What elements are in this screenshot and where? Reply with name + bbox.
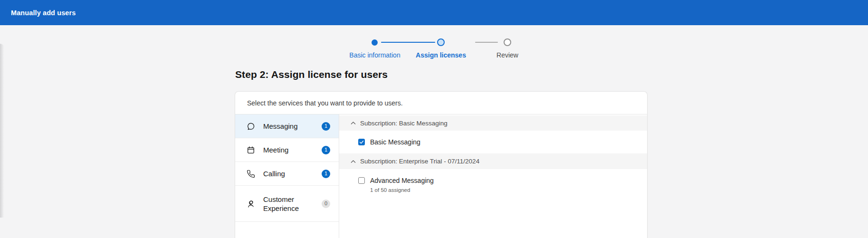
- phone-icon: [247, 170, 255, 178]
- sidebar-item-meeting[interactable]: Meeting 1: [235, 138, 339, 162]
- service-count-badge: 1: [322, 170, 330, 178]
- step-upcoming-circle: [504, 38, 511, 46]
- subscription-section: Subscription: Basic Messaging Basic Mess…: [339, 114, 647, 153]
- license-checkbox[interactable]: [358, 177, 365, 184]
- license-label: Basic Messaging: [370, 138, 420, 146]
- license-list: Advanced Messaging1 of 50 assigned: [339, 169, 647, 193]
- sidebar-item-customer-experience[interactable]: Customer Experience 0: [235, 186, 339, 222]
- subscription-header[interactable]: Subscription: Basic Messaging: [339, 115, 647, 131]
- subscription-header[interactable]: Subscription: Enterprise Trial - 07/11/2…: [339, 153, 647, 169]
- service-count-badge: 1: [322, 146, 330, 154]
- chevron-up-icon[interactable]: [351, 121, 356, 125]
- step-current-circle[interactable]: [437, 38, 445, 46]
- chat-icon: [247, 122, 255, 131]
- step-basic-information[interactable]: Basic information: [349, 51, 400, 59]
- license-row: Advanced Messaging1 of 50 assigned: [339, 169, 647, 193]
- sidebar-item-label: Meeting: [263, 145, 288, 154]
- sidebar-item-messaging[interactable]: Messaging 1: [235, 114, 339, 138]
- sidebar-item-label: Calling: [263, 169, 285, 178]
- wizard-stepper: Basic information Assign licenses Review: [0, 0, 868, 62]
- panel-instruction: Select the services that you want to pro…: [235, 92, 647, 114]
- license-assigned-count: 1 of 50 assigned: [370, 187, 647, 193]
- headset-icon: [247, 200, 255, 208]
- services-sidebar: Messaging 1 Meeting 1 Calling 1 Customer…: [235, 114, 339, 238]
- stepper-connector: [475, 42, 498, 43]
- sidebar-item-label: Customer Experience: [263, 195, 311, 213]
- service-count-badge: 0: [322, 200, 330, 208]
- page-title: Step 2: Assign license for users: [235, 69, 388, 80]
- stepper-connector: [381, 42, 435, 43]
- panel-body: Messaging 1 Meeting 1 Calling 1 Customer…: [235, 114, 647, 238]
- license-label: Advanced Messaging: [370, 177, 434, 184]
- step-review: Review: [496, 51, 518, 59]
- license-row: Basic Messaging: [339, 131, 647, 153]
- step-complete-dot[interactable]: [372, 39, 378, 46]
- calendar-icon: [247, 146, 255, 154]
- sidebar-item-calling[interactable]: Calling 1: [235, 162, 339, 186]
- license-checkbox[interactable]: [358, 139, 365, 145]
- service-count-badge: 1: [322, 122, 330, 131]
- step-assign-licenses[interactable]: Assign licenses: [416, 51, 466, 59]
- license-main: Subscription: Basic Messaging Basic Mess…: [339, 114, 647, 238]
- offscreen-panel-shadow: [0, 44, 5, 218]
- sidebar-item-label: Messaging: [263, 122, 298, 131]
- subscription-section: Subscription: Enterprise Trial - 07/11/2…: [339, 153, 647, 193]
- subscription-title: Subscription: Basic Messaging: [360, 120, 448, 127]
- license-list: Basic Messaging: [339, 131, 647, 153]
- license-panel: Select the services that you want to pro…: [235, 91, 648, 238]
- chevron-up-icon[interactable]: [351, 160, 356, 163]
- subscription-title: Subscription: Enterprise Trial - 07/11/2…: [360, 158, 479, 165]
